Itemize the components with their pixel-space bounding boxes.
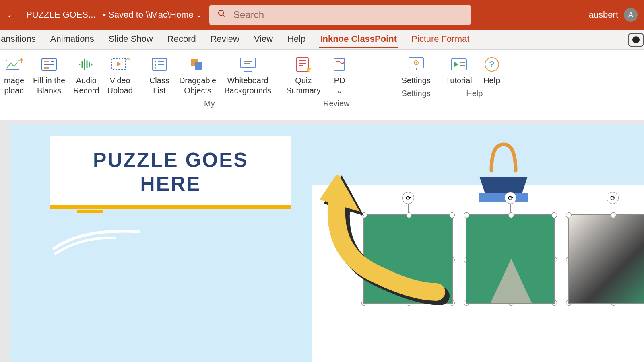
help-icon: ? [481,56,503,73]
title-underline-shape [50,205,291,209]
ribbon-group-activity: mage pload Fill in the Blanks Audio Reco… [0,50,140,120]
tab-help[interactable]: Help [287,31,306,48]
account-area[interactable]: ausbert A [589,8,638,22]
audio-record-icon [75,56,97,73]
tab-view[interactable]: View [253,31,274,48]
white-swoosh-decor [50,224,142,257]
draggable-objects-button[interactable]: Draggable Objects [175,54,220,97]
record-dot-icon [632,36,640,43]
ribbon-group-settings: Settings Settings [394,50,438,120]
tutorial-icon [448,56,470,73]
svg-marker-48 [491,259,532,303]
svg-point-38 [415,62,417,64]
search-icon [217,9,226,21]
save-status-label: • Saved to \\Mac\Home [103,10,193,20]
svg-rect-47 [479,193,528,202]
tutorial-label: Tutorial [446,76,472,86]
slide-canvas-area: PUZZLE GOESHERE ⟳ ⟳ [0,120,644,362]
svg-marker-42 [454,62,458,67]
slide[interactable]: PUZZLE GOESHERE ⟳ ⟳ [10,125,644,362]
avatar-initial: A [628,11,633,19]
tab-picture-format[interactable]: Picture Format [411,31,470,48]
help-label: Help [483,76,500,86]
puzzle-tile-5[interactable] [466,214,555,304]
draggable-objects-icon [187,56,208,73]
class-list-button[interactable]: Class List [144,54,175,97]
rotate-handle-icon[interactable]: ⟳ [607,192,619,204]
fill-blanks-button[interactable]: Fill in the Blanks [29,54,69,97]
video-upload-button[interactable]: Video Upload [103,54,137,97]
audio-record-button[interactable]: Audio Record [69,54,103,97]
ribbon-group-review: Quiz Summary PD⌄ Review [279,50,394,120]
autosave-chevron-icon[interactable]: ⌄ [6,10,19,19]
rotate-handle-icon[interactable]: ⟳ [402,192,414,204]
fill-blanks-label: Fill in the Blanks [33,76,65,96]
svg-rect-7 [44,67,49,69]
avatar[interactable]: A [624,8,638,22]
svg-marker-15 [117,62,122,66]
group-label-activity [0,97,140,111]
tab-record[interactable]: Record [167,31,197,48]
group-label-review: Review [279,97,394,111]
tab-animations[interactable]: Animations [50,31,95,48]
video-upload-icon [109,56,131,73]
group-label-settings: Settings [394,87,438,101]
quiz-summary-icon [293,56,314,73]
title-text-box[interactable]: PUZZLE GOESHERE [50,136,291,209]
svg-point-19 [155,64,156,66]
camera-toggle[interactable] [628,33,644,47]
svg-rect-35 [334,58,345,70]
tab-inknoe-classpoint[interactable]: Inknoe ClassPoint [319,31,398,48]
search-box[interactable] [209,5,471,25]
class-list-icon [149,56,170,73]
tutorial-button[interactable]: Tutorial [442,54,476,87]
tab-review[interactable]: Review [210,31,240,48]
export-pdf-button[interactable]: PD⌄ [325,54,355,97]
tab-transitions[interactable]: ansitions [0,31,37,48]
svg-rect-4 [44,61,49,62]
audio-record-label: Audio Record [73,76,99,96]
document-title[interactable]: PUZZLE GOES... [26,10,95,20]
whiteboard-icon [237,56,259,73]
svg-point-0 [219,10,224,16]
image-upload-label: mage pload [4,76,24,96]
ribbon-tabs: ansitions Animations Slide Show Record R… [0,30,644,50]
svg-marker-34 [307,67,312,73]
slide-title: PUZZLE GOESHERE [50,136,291,196]
group-label-help: Help [438,87,511,101]
svg-rect-24 [195,62,202,70]
svg-point-21 [155,67,156,69]
search-input[interactable] [233,9,463,21]
export-pdf-icon [329,56,351,73]
svg-line-1 [223,15,225,17]
rotate-handle-icon[interactable]: ⟳ [504,192,516,204]
tab-slideshow[interactable]: Slide Show [108,31,154,48]
settings-label: Settings [402,76,431,86]
export-pdf-label: PD⌄ [334,76,345,96]
svg-rect-41 [451,59,466,70]
ribbon: mage pload Fill in the Blanks Audio Reco… [0,50,644,120]
whiteboard-button[interactable]: Whiteboard Backgrounds [220,54,275,97]
whiteboard-label: Whiteboard Backgrounds [224,76,271,96]
svg-point-17 [155,61,156,62]
ribbon-group-help: Tutorial ? Help Help [438,50,511,120]
puzzle-tile-4[interactable] [363,214,453,304]
title-bar: ⌄ PUZZLE GOES... • Saved to \\Mac\Home ⌄… [0,0,644,30]
group-label-my: My [140,97,279,111]
binder-clip-shape[interactable] [471,140,536,205]
svg-text:?: ? [489,59,494,69]
class-list-label: Class List [149,76,169,96]
ribbon-group-my: Class List Draggable Objects Whiteboard … [140,50,279,120]
chevron-down-icon: ⌄ [196,10,202,19]
video-upload-label: Video Upload [107,76,133,96]
settings-icon [405,56,427,73]
user-name: ausbert [589,10,618,20]
quiz-summary-button[interactable]: Quiz Summary [282,54,325,97]
help-button[interactable]: ? Help [476,54,508,87]
puzzle-tile-6[interactable] [568,214,644,304]
settings-button[interactable]: Settings [398,54,435,87]
title-underline-accent [77,210,103,213]
image-upload-button[interactable]: mage pload [3,54,29,97]
save-status-dropdown[interactable]: • Saved to \\Mac\Home ⌄ [103,10,202,20]
image-upload-icon [3,56,25,73]
